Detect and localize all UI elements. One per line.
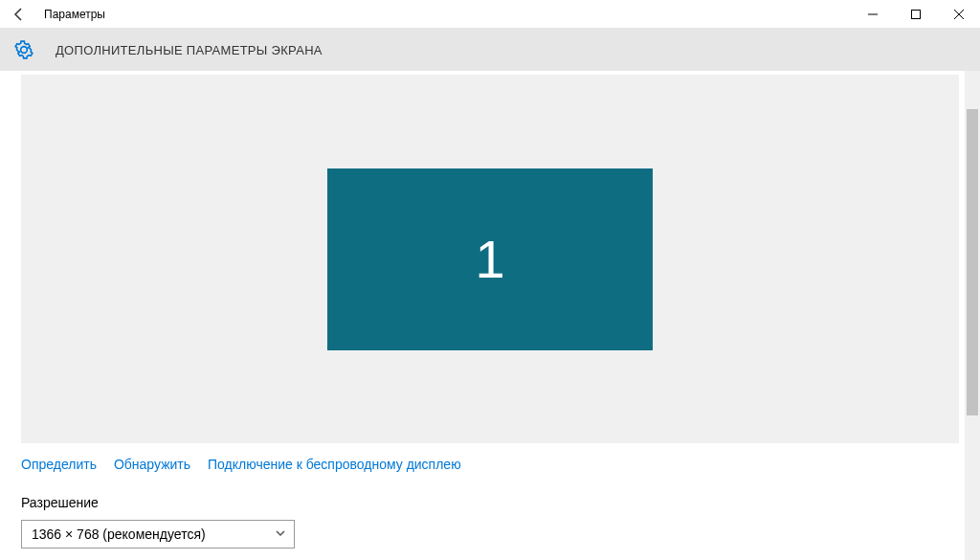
wireless-display-link[interactable]: Подключение к беспроводному дисплею (208, 457, 461, 472)
detect-link[interactable]: Обнаружить (114, 457, 190, 472)
scrollbar-thumb[interactable] (967, 109, 978, 415)
resolution-label: Разрешение (21, 495, 959, 510)
display-action-links: Определить Обнаружить Подключение к бесп… (21, 457, 959, 472)
window-title: Параметры (44, 8, 105, 21)
maximize-button[interactable] (894, 0, 937, 29)
chevron-down-icon (275, 526, 286, 542)
back-arrow-icon (11, 7, 27, 22)
close-icon (954, 10, 964, 19)
titlebar: Параметры (0, 0, 980, 29)
resolution-dropdown[interactable]: 1366 × 768 (рекомендуется) (21, 520, 295, 549)
page-header: ДОПОЛНИТЕЛЬНЫЕ ПАРАМЕТРЫ ЭКРАНА (0, 29, 980, 71)
svg-rect-1 (911, 10, 920, 18)
minimize-button[interactable] (851, 0, 894, 29)
maximize-icon (911, 10, 921, 19)
monitor-preview[interactable]: 1 (327, 168, 653, 350)
identify-link[interactable]: Определить (21, 457, 97, 472)
close-button[interactable] (937, 0, 980, 29)
vertical-scrollbar[interactable] (965, 71, 980, 560)
back-button[interactable] (0, 0, 38, 29)
window-controls (851, 0, 980, 29)
monitor-number: 1 (475, 228, 504, 290)
minimize-icon (868, 10, 878, 19)
content-area: 1 Определить Обнаружить Подключение к бе… (0, 71, 980, 560)
page-title: ДОПОЛНИТЕЛЬНЫЕ ПАРАМЕТРЫ ЭКРАНА (56, 43, 323, 57)
settings-gear-icon (13, 39, 34, 60)
display-preview-area: 1 (21, 75, 959, 443)
resolution-selected-value: 1366 × 768 (рекомендуется) (32, 526, 206, 542)
